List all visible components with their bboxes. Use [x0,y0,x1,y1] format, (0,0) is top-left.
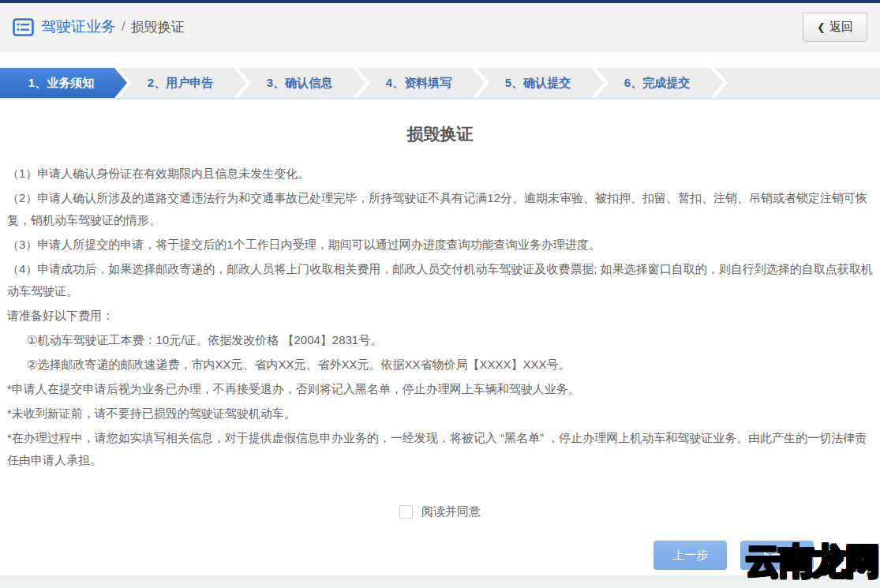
prev-step-button[interactable]: 上一步 [653,541,727,570]
notice-paragraph: *未收到新证前，请不要持已损毁的驾驶证驾驶机动车。 [7,403,873,425]
step-tab-label: 6、完成提交 [624,76,690,91]
notice-text: （1）申请人确认身份证在有效期限内且信息未发生变化。（2）申请人确认所涉及的道路… [0,163,880,471]
step-tab-label: 2、用户申告 [148,76,213,91]
notice-paragraph: ②选择邮政寄递的邮政速递费，市内XX元、省内XX元、省外XX元。依据XX省物价局… [7,354,873,376]
step-tab[interactable]: 4、资料填写 [358,68,485,98]
step-tab-label: 4、资料填写 [386,76,451,91]
step-tabs: 1、业务须知 2、用户申告 3、确认信息 4、资料填写 5、确认提交 6、完成提… [0,68,880,99]
wizard-nav-buttons: 上一步 下一步 [653,541,814,570]
notice-paragraph: （1）申请人确认身份证在有效期限内且信息未发生变化。 [7,163,873,185]
agree-checkbox-label: 阅读并同意 [421,504,481,519]
next-step-button[interactable]: 下一步 [740,541,814,570]
back-button-label: 返回 [829,20,853,35]
step-tab[interactable]: 1、业务须知 [0,68,127,98]
section-title: 驾驶证业务 [41,17,116,37]
breadcrumb-separator: / [122,19,125,35]
list-icon [13,18,34,36]
notice-paragraph: *在办理过程中，请您如实填写相关信息，对于提供虚假信息申办业务的，一经发现，将被… [7,427,873,471]
step-tab[interactable]: 2、用户申告 [119,68,246,98]
step-tab-label: 5、确认提交 [505,76,571,91]
notice-paragraph: 请准备好以下费用： [7,305,873,327]
agree-row: 阅读并同意 [0,504,880,519]
back-button[interactable]: ❮ 返回 [803,13,867,42]
step-tab[interactable]: 3、确认信息 [238,68,365,98]
step-tab-label: 1、业务须知 [28,76,94,91]
notice-paragraph: ①机动车驾驶证工本费：10元/证。依据发改价格 【2004】2831号。 [7,329,873,351]
step-tab[interactable]: 5、确认提交 [477,68,604,98]
step-tab-label: 3、确认信息 [267,76,332,91]
page-title: 损毁换证 [0,123,880,145]
notice-paragraph: *申请人在提交申请后视为业务已办理，不再接受退办，否则将记入黑名单，停止办理网上… [7,378,873,400]
agree-checkbox[interactable] [399,505,413,519]
notice-paragraph: （4）申请成功后，如果选择邮政寄递的，邮政人员将上门收取相关费用，邮政人员交付机… [7,258,873,302]
notice-paragraph: （2）申请人确认所涉及的道路交通违法行为和交通事故已处理完毕，所持驾驶证不具有记… [7,187,873,231]
back-chevron-icon: ❮ [817,21,826,33]
step-tab[interactable]: 6、完成提交 [596,68,723,98]
watermark-part2: 龙网 [812,541,878,580]
step-tabs-filler [715,68,880,98]
notice-paragraph: （3）申请人所提交的申请，将于提交后的1个工作日内受理，期间可以通过网办进度查询… [7,234,873,256]
footer-strip [0,575,880,588]
breadcrumb-current-page: 损毁换证 [131,18,185,36]
main-content: 损毁换证 （1）申请人确认身份证在有效期限内且信息未发生变化。（2）申请人确认所… [0,123,880,519]
page-header: 驾驶证业务 / 损毁换证 ❮ 返回 [0,3,880,51]
